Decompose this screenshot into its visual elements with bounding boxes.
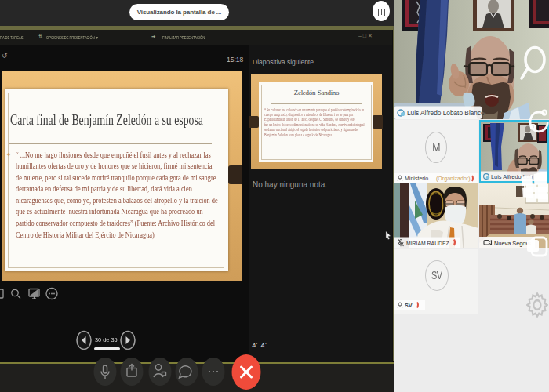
svg-text:SV: SV <box>405 302 413 309</box>
svg-text:Ministerio ... (Organizador): Ministerio ... (Organizador) <box>405 175 471 182</box>
svg-text:Luis Alfredo Lobato Blanco: Luis Alfredo Lobato Blanco <box>407 109 485 117</box>
svg-text:MIRIAM RAUDEZ: MIRIAM RAUDEZ <box>406 239 449 247</box>
